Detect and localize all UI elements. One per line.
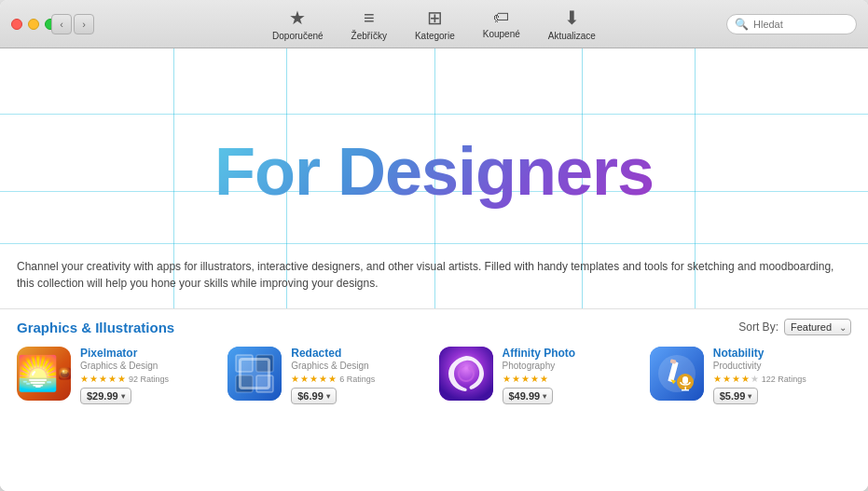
pixelmator-svg <box>59 347 71 401</box>
price-button[interactable]: $6.99 ▾ <box>291 388 337 404</box>
star-half: ★ <box>328 374 337 384</box>
search-box[interactable]: 🔍 <box>726 14 857 34</box>
star-rating: ★ ★ ★ ★ ★ 92 Ratings <box>80 374 218 384</box>
tab-kategorie[interactable]: ⊞ Kategorie <box>415 7 455 41</box>
star-4: ★ <box>108 374 117 384</box>
ratings-count: 92 Ratings <box>129 375 169 384</box>
star-rating: ★ ★ ★ ★ ★ <box>503 374 641 384</box>
ratings-count: 122 Ratings <box>762 375 806 384</box>
section-title: Graphics & Illustrations <box>17 320 174 335</box>
tab-doporucene[interactable]: ★ Doporučené <box>272 7 323 41</box>
star-3: ★ <box>99 374 107 384</box>
app-info: Affinity Photo Photography ★ ★ ★ ★ ★ $49… <box>503 347 641 404</box>
list-item[interactable]: Pixelmator Graphics & Design ★ ★ ★ ★ ★ 9… <box>17 347 218 404</box>
app-name: Pixelmator <box>80 347 218 360</box>
price-button[interactable]: $29.99 ▾ <box>80 388 131 404</box>
price-button[interactable]: $49.99 ▾ <box>503 388 554 404</box>
star-rating: ★ ★ ★ ★ ★ 6 Ratings <box>291 374 429 384</box>
star-half: ★ <box>117 374 126 384</box>
hero-banner: For Designers Channel your creativity wi… <box>0 48 868 309</box>
back-button[interactable]: ‹ <box>51 14 72 34</box>
app-info: Notability Productivity ★ ★ ★ ★ ★ 122 Ra… <box>713 347 851 404</box>
section-header: Graphics & Illustrations Sort By: Featur… <box>17 319 851 335</box>
app-name: Redacted <box>291 347 429 360</box>
grid-icon: ⊞ <box>427 7 443 29</box>
app-grid: Pixelmator Graphics & Design ★ ★ ★ ★ ★ 9… <box>17 347 851 404</box>
tab-zebricKy[interactable]: ≡ Žebříčky <box>351 7 387 41</box>
star-1: ★ <box>80 374 89 384</box>
app-category: Photography <box>503 361 641 371</box>
tab-aktualizace-label: Aktualizace <box>548 31 596 41</box>
dropdown-arrow-icon: ▾ <box>326 392 330 401</box>
list-item[interactable]: Notability Productivity ★ ★ ★ ★ ★ 122 Ra… <box>650 347 851 404</box>
hero-title: For Designers <box>214 132 654 209</box>
tab-koupene-label: Koupené <box>483 29 520 39</box>
app-category: Graphics & Design <box>80 361 218 371</box>
dropdown-arrow-icon: ▾ <box>121 392 125 401</box>
star-1: ★ <box>713 374 722 384</box>
star-empty: ★ <box>751 374 759 384</box>
dropdown-arrow-icon: ▾ <box>543 392 546 401</box>
tab-koupene[interactable]: 🏷 Koupené <box>483 8 520 39</box>
tag-icon: 🏷 <box>493 8 509 27</box>
app-category: Productivity <box>713 361 851 371</box>
pixelmator-icon <box>17 347 71 401</box>
affinity-photo-icon <box>439 347 493 401</box>
forward-icon: › <box>82 19 86 30</box>
tab-aktualizace[interactable]: ⬇ Aktualizace <box>548 7 596 41</box>
download-icon: ⬇ <box>564 7 580 29</box>
svg-rect-5 <box>236 355 253 372</box>
app-info: Pixelmator Graphics & Design ★ ★ ★ ★ ★ 9… <box>80 347 218 404</box>
hero-description: Channel your creativity with apps for il… <box>17 258 851 292</box>
tab-doporucene-label: Doporučené <box>272 31 323 41</box>
svg-rect-17 <box>684 387 686 389</box>
app-info: Redacted Graphics & Design ★ ★ ★ ★ ★ 6 R… <box>291 347 429 404</box>
svg-rect-18 <box>682 389 689 391</box>
star-1: ★ <box>291 374 299 384</box>
affinity-svg <box>439 347 493 401</box>
notability-svg <box>650 347 704 401</box>
notability-icon <box>650 347 704 401</box>
price-button[interactable]: $5.99 ▾ <box>713 388 759 404</box>
star-2: ★ <box>90 374 98 384</box>
list-icon: ≡ <box>364 7 375 29</box>
star-2: ★ <box>723 374 731 384</box>
sort-by-label: Sort By: <box>738 321 778 334</box>
price-label: $29.99 <box>87 390 118 402</box>
svg-point-3 <box>62 370 64 372</box>
app-name: Notability <box>713 347 851 360</box>
bottom-section: Graphics & Illustrations Sort By: Featur… <box>0 309 868 491</box>
svg-rect-9 <box>439 347 493 401</box>
minimize-button[interactable] <box>28 19 39 30</box>
svg-rect-8 <box>256 375 273 392</box>
search-input[interactable] <box>753 19 848 30</box>
redacted-icon <box>227 347 282 401</box>
star-4: ★ <box>319 374 327 384</box>
tab-kategorie-label: Kategorie <box>415 31 455 41</box>
close-button[interactable] <box>11 19 22 30</box>
star-4: ★ <box>530 374 539 384</box>
nav-arrows: ‹ › <box>51 14 94 34</box>
app-window: ‹ › ★ Doporučené ≡ Žebříčky ⊞ Kategorie <box>0 0 868 491</box>
star-icon: ★ <box>289 7 306 29</box>
sort-by: Sort By: Featured <box>738 319 851 335</box>
list-item[interactable]: Affinity Photo Photography ★ ★ ★ ★ ★ $49… <box>439 347 641 404</box>
forward-button[interactable]: › <box>74 14 94 34</box>
app-name: Affinity Photo <box>503 347 641 360</box>
list-item[interactable]: Redacted Graphics & Design ★ ★ ★ ★ ★ 6 R… <box>227 347 429 404</box>
dropdown-arrow-icon: ▾ <box>748 392 751 401</box>
sort-select[interactable]: Featured <box>784 319 851 335</box>
app-category: Graphics & Design <box>291 361 429 371</box>
price-label: $5.99 <box>720 390 746 402</box>
price-label: $6.99 <box>297 390 324 402</box>
back-icon: ‹ <box>60 19 63 30</box>
traffic-lights <box>0 19 56 30</box>
svg-rect-4 <box>227 347 282 401</box>
star-half: ★ <box>540 374 548 384</box>
star-3: ★ <box>732 374 740 384</box>
search-icon: 🔍 <box>735 18 749 31</box>
redacted-svg <box>227 347 282 401</box>
star-1: ★ <box>503 374 511 384</box>
sort-value: Featured <box>791 321 832 333</box>
star-half: ★ <box>741 374 750 384</box>
